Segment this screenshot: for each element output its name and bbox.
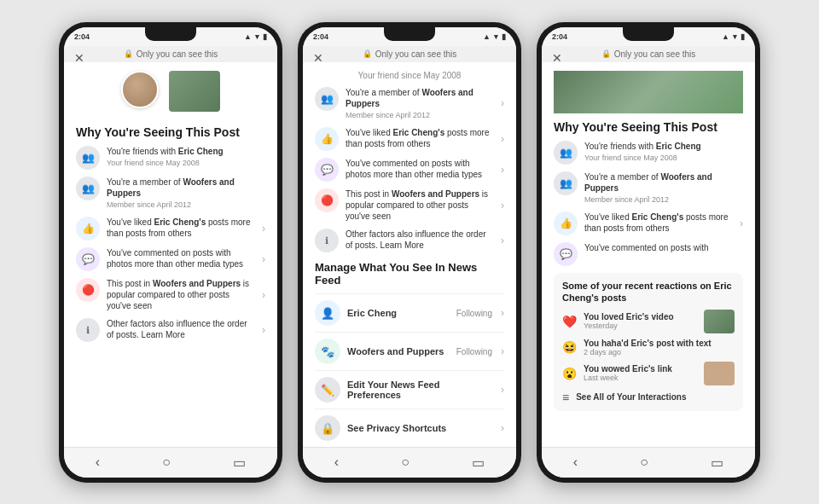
manage-icon-woofers: 🐾 [315, 339, 340, 364]
camera-notch-1 [145, 27, 196, 41]
recent-button-3[interactable]: ▭ [711, 455, 723, 471]
reaction-text-3-2: You haha'd Eric's post with text 2 days … [584, 339, 735, 356]
manage-label-edit: Edit Your News Feed Preferences [347, 379, 492, 400]
see-all-text-3: See All of Your Interactions [576, 392, 686, 402]
manage-title-2: Manage What You See In News Feed [315, 261, 504, 287]
chevron-2-3: › [501, 164, 504, 176]
manage-icon-privacy: 🔒 [315, 415, 340, 441]
reaction-thumb-3-1 [704, 310, 735, 333]
cover-image-3 [554, 71, 743, 113]
phones-container: 2:04 ▲ ▾ ▮ 🔒 Only you can see this ✕ [42, 5, 777, 500]
chevron-2-5: › [501, 235, 504, 246]
manage-item-privacy[interactable]: 🔒 See Privacy Shortcuts › [315, 408, 504, 446]
reason-icon-1-5: 🔴 [76, 278, 100, 302]
reason-text-1-5: This post in Woofers and Puppers is popu… [107, 278, 253, 311]
reaction-thumb-3-3 [704, 362, 735, 385]
manage-item-edit[interactable]: ✏️ Edit Your News Feed Preferences › [315, 370, 504, 408]
reason-icon-2-2: 👍 [315, 127, 339, 151]
manage-label-privacy: See Privacy Shortcuts [347, 423, 492, 433]
reason-icon-3-4: 💬 [554, 242, 578, 266]
reason-text-3-1: You're friends with Eric ChengYour frien… [584, 141, 743, 164]
manage-item-eric[interactable]: 👤 Eric Cheng Following › [315, 293, 504, 332]
back-button-2[interactable]: ‹ [334, 455, 339, 470]
reason-text-1-4: You've commented on posts with photos mo… [107, 247, 253, 269]
phone-2: 2:04 ▲ ▾ ▮ 🔒 Only you can see this ✕ You… [298, 22, 521, 483]
reaction-main-3-1: You loved Eric's video [584, 312, 697, 322]
home-button-2[interactable]: ○ [401, 455, 410, 470]
profile-area-1 [76, 71, 265, 117]
reason-icon-1-4: 💬 [76, 247, 100, 271]
back-button-1[interactable]: ‹ [96, 455, 100, 470]
reaction-emoji-3-3: 😮 [562, 367, 577, 380]
recent-button-1[interactable]: ▭ [233, 455, 246, 471]
only-you-bar-1: 🔒 Only you can see this [64, 46, 277, 62]
reaction-emoji-3-2: 😆 [562, 340, 577, 354]
reason-item-2-2[interactable]: 👍 You've liked Eric Cheng's posts more t… [315, 127, 504, 151]
chevron-1-3: › [262, 223, 265, 235]
reason-text-2-2: You've liked Eric Cheng's posts more tha… [346, 127, 492, 149]
chevron-2-2: › [501, 133, 504, 145]
reason-item-1-1[interactable]: 👥 You're friends with Eric Cheng Your fr… [76, 146, 265, 170]
close-button-1[interactable]: ✕ [74, 51, 84, 65]
status-icons-1: ▲ ▾ ▮ [244, 32, 267, 41]
reason-item-2-5[interactable]: ℹ Other factors also influence the order… [315, 229, 504, 252]
reaction-item-3-1[interactable]: ❤️ You loved Eric's video Yesterday [562, 310, 735, 333]
avatar-1 [121, 71, 159, 108]
reason-text-1-2: You're a member of Woofers and Puppers M… [107, 177, 265, 211]
chevron-eric: › [501, 307, 504, 319]
reason-item-2-1[interactable]: 👥 You're a member of Woofers and Puppers… [315, 87, 504, 121]
reason-item-2-3[interactable]: 💬 You've commented on posts with photos … [315, 158, 504, 182]
reason-text-1-6: Other factors also influence the order o… [107, 318, 253, 340]
reason-text-2-1: You're a member of Woofers and PuppersMe… [346, 87, 492, 121]
section-title-3: Why You're Seeing This Post [554, 120, 743, 134]
chevron-edit: › [501, 384, 504, 396]
reason-item-3-1[interactable]: 👥 You're friends with Eric ChengYour fri… [554, 141, 743, 165]
close-button-2[interactable]: ✕ [313, 51, 323, 65]
recent-button-2[interactable]: ▭ [472, 455, 485, 471]
back-button-3[interactable]: ‹ [573, 455, 578, 470]
reason-text-2-5: Other factors also influence the order o… [346, 229, 492, 251]
following-badge-eric: Following [456, 309, 492, 318]
reason-item-1-2[interactable]: 👥 You're a member of Woofers and Puppers… [76, 177, 265, 211]
status-time-1: 2:04 [74, 32, 90, 41]
reason-icon-1-3: 👍 [76, 217, 100, 240]
reason-item-3-3[interactable]: 👍 You've liked Eric Cheng's posts more t… [554, 211, 743, 235]
reason-item-3-2[interactable]: 👥 You're a member of Woofers and Puppers… [554, 171, 743, 206]
chevron-2-1: › [501, 97, 504, 109]
content-area-2: Your friend since May 2008 👥 You're a me… [303, 62, 516, 447]
camera-notch-3 [623, 27, 674, 41]
manage-item-woofers[interactable]: 🐾 Woofers and Puppers Following › [315, 332, 504, 370]
see-all-item-3[interactable]: ≡ See All of Your Interactions [562, 391, 735, 404]
signal-icon-1: ▲ [244, 32, 252, 41]
reason-icon-1-2: 👥 [76, 177, 100, 200]
reason-item-1-4[interactable]: 💬 You've commented on posts with photos … [76, 247, 265, 271]
reason-text-3-2: You're a member of Woofers and PuppersMe… [584, 171, 743, 206]
reason-item-1-3[interactable]: 👍 You've liked Eric Cheng's posts more t… [76, 217, 265, 240]
signal-icon-2: ▲ [483, 32, 491, 41]
reaction-time-3-1: Yesterday [584, 322, 697, 330]
home-button-3[interactable]: ○ [640, 455, 648, 470]
reason-icon-2-4: 🔴 [315, 188, 339, 212]
lock-icon-2: 🔒 [363, 49, 372, 58]
reason-item-2-4[interactable]: 🔴 This post in Woofers and Puppers is po… [315, 188, 504, 222]
reason-item-1-6[interactable]: ℹ Other factors also influence the order… [76, 318, 265, 342]
reason-item-1-5[interactable]: 🔴 This post in Woofers and Puppers is po… [76, 278, 265, 311]
only-you-bar-3: 🔒 Only you can see this [542, 46, 755, 62]
manage-label-woofers: Woofers and Puppers [347, 346, 450, 356]
reaction-item-3-3[interactable]: 😮 You wowed Eric's link Last week [562, 362, 735, 385]
home-button-1[interactable]: ○ [162, 455, 171, 470]
reaction-item-3-2[interactable]: 😆 You haha'd Eric's post with text 2 day… [562, 339, 735, 356]
status-time-3: 2:04 [552, 32, 567, 41]
phone-1: 2:04 ▲ ▾ ▮ 🔒 Only you can see this ✕ [59, 22, 282, 483]
chevron-3-3: › [740, 217, 743, 229]
reactions-title-3: Some of your recent reactions on Eric Ch… [562, 280, 735, 304]
reason-icon-3-1: 👥 [554, 141, 578, 165]
manage-label-eric: Eric Cheng [347, 308, 450, 318]
only-you-text-2: Only you can see this [375, 49, 457, 59]
friend-since-2: Your friend since May 2008 [315, 71, 504, 80]
lock-icon-3: 🔒 [601, 49, 611, 58]
chevron-1-5: › [262, 289, 265, 301]
chevron-woofers: › [501, 345, 504, 357]
close-button-3[interactable]: ✕ [552, 51, 562, 65]
chevron-1-4: › [262, 253, 265, 265]
